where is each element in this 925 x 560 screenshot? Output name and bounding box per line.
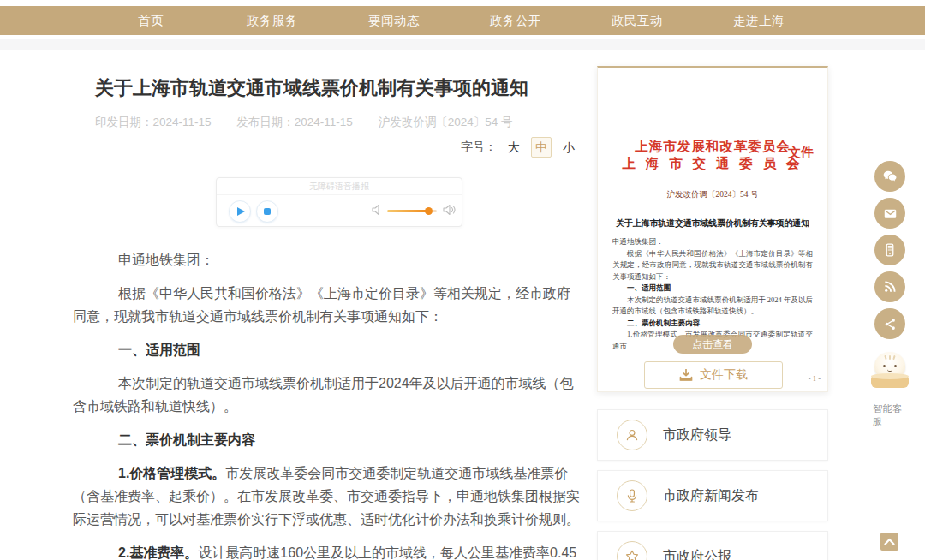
issue-date: 印发日期：2024-11-15 [95,116,212,128]
back-to-top-button[interactable] [880,533,898,551]
header-divider [0,39,925,50]
person-icon [624,427,640,443]
microphone-icon [624,488,640,503]
font-size-small[interactable]: 小 [559,138,578,157]
wechat-icon [881,168,898,185]
rss-icon [882,279,898,295]
font-size-large[interactable]: 大 [504,138,523,157]
section-heading: 一、适用范围 [73,338,580,361]
play-icon [237,207,245,216]
share-button[interactable] [874,308,905,339]
paragraph: 2.基准费率。设计最高时速160公里及以上的市域线，每人公里基准费率0.45元；… [73,541,580,560]
sidebar-item-press-release[interactable]: 市政府新闻发布 [597,470,828,521]
nav-item-news[interactable]: 要闻动态 [333,13,455,29]
stop-icon [264,208,271,215]
paragraph: 根据《中华人民共和国价格法》《上海市定价目录》等相关规定，经市政府同意，现就我市… [73,282,580,328]
preview-page-number: - 1 - [809,374,821,383]
nav-item-openness[interactable]: 政务公开 [455,13,576,29]
volume-high-icon [443,204,457,216]
chatbot-label: 智能客服 [873,402,907,428]
font-size-medium[interactable]: 中 [531,137,552,158]
email-share-button[interactable] [874,198,905,229]
audio-player: 无障碍语音播报 [216,177,462,227]
article-meta: 印发日期：2024-11-15 发布日期：2024-11-15 沪发改价调〔20… [73,115,578,130]
chevron-up-icon [884,538,895,545]
publish-date: 发布日期：2024-11-15 [236,116,353,128]
play-button[interactable] [229,200,251,223]
sidebar-item-government-leaders[interactable]: 市政府领导 [597,409,828,461]
letterhead-divider [625,206,800,206]
audio-player-caption: 无障碍语音播报 [217,178,462,195]
volume-slider-handle[interactable] [425,207,433,215]
top-nav: 首页 政务服务 要闻动态 政务公开 政民互动 走进上海 [0,6,925,35]
section-heading: 二、票价机制主要内容 [73,428,580,451]
document-preview[interactable]: 上海市发展和改革委员会 上 海 市 交 通 委 员 会 文件 沪发改价调〔202… [598,68,827,391]
document-preview-card: 上海市发展和改革委员会 上 海 市 交 通 委 员 会 文件 沪发改价调〔202… [597,66,828,392]
share-icon [883,317,898,331]
mascot-steamer [871,376,909,388]
chatbot-mascot[interactable] [869,352,910,395]
mobile-version-button[interactable] [874,235,905,265]
font-size-label: 字号： [461,140,497,155]
view-document-button[interactable]: 点击查看 [673,335,752,354]
audio-player-controls [217,195,462,226]
floating-toolbar: 智能客服 [873,161,907,428]
page-title: 关于上海市轨道交通市域线票价机制有关事项的通知 [73,75,578,101]
document-letterhead: 上海市发展和改革委员会 上 海 市 交 通 委 员 会 文件 [598,138,827,172]
preview-doc-number: 沪发改价调〔2024〕54 号 [598,189,827,200]
sidebar-item-government-gazette[interactable]: 市政府公报 [597,531,828,560]
stop-button[interactable] [256,200,278,223]
font-size-selector: 字号： 大 中 小 [461,137,578,158]
mobile-icon [882,242,898,258]
nav-item-interaction[interactable]: 政民互动 [576,13,698,29]
paragraph-salutation: 申通地铁集团： [73,248,580,271]
article: 关于上海市轨道交通市域线票价机制有关事项的通知 印发日期：2024-11-15 … [73,75,578,130]
preview-title: 关于上海市轨道交通市域线票价机制有关事项的通知 [598,217,827,229]
letterhead-suffix: 文件 [788,145,814,161]
paragraph: 1.价格管理模式。市发展改革委会同市交通委制定轨道交通市域线基准票价（含基准费率… [73,462,580,531]
sidebar-item-label: 市政府公报 [663,548,731,560]
doc-number: 沪发改价调〔2024〕54 号 [379,116,513,128]
top-nav-bar: 首页 政务服务 要闻动态 政务公开 政民互动 走进上海 [0,6,925,35]
wechat-share-button[interactable] [874,161,905,192]
sidebar-item-label: 市政府领导 [663,426,731,444]
nav-item-home[interactable]: 首页 [90,13,212,29]
sidebar-item-label: 市政府新闻发布 [663,487,759,505]
mail-icon [882,206,898,222]
nav-item-services[interactable]: 政务服务 [212,13,333,29]
volume-low-icon [372,204,382,216]
badge-icon [624,549,640,560]
article-body: 申通地铁集团： 根据《中华人民共和国价格法》《上海市定价目录》等相关规定，经市政… [73,248,580,560]
volume-slider[interactable] [387,210,437,212]
rss-button[interactable] [874,271,905,302]
download-icon [679,369,693,382]
paragraph: 本次制定的轨道交通市域线票价机制适用于2024年及以后开通的市域线（包含市域铁路… [73,372,580,418]
download-file-button[interactable]: 文件下载 [644,361,783,389]
nav-item-about-shanghai[interactable]: 走进上海 [698,13,820,29]
